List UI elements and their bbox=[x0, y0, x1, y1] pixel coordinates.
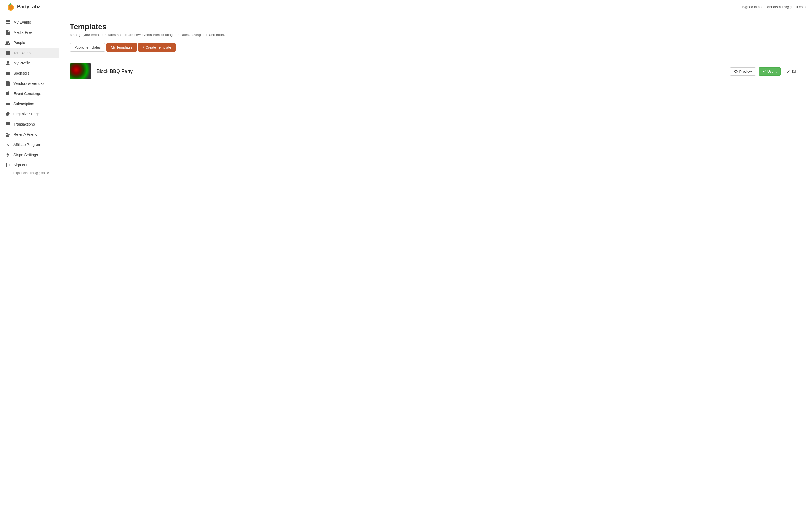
svg-point-13 bbox=[8, 41, 9, 43]
svg-rect-10 bbox=[6, 22, 7, 24]
sidebar-item-stripe-settings[interactable]: Stripe Settings bbox=[0, 150, 59, 160]
sidebar-item-label: My Events bbox=[13, 20, 31, 24]
svg-rect-23 bbox=[8, 92, 9, 93]
edit-button[interactable]: Edit bbox=[783, 68, 801, 75]
tabs: Public Templates My Templates + Create T… bbox=[70, 43, 801, 52]
svg-rect-25 bbox=[7, 94, 9, 94]
topbar-user: Signed in as mrjohnofsmiths@gmail.com bbox=[742, 5, 806, 9]
sidebar-item-people[interactable]: People bbox=[0, 38, 59, 48]
sidebar-item-affiliate-program[interactable]: $ Affiliate Program bbox=[0, 139, 59, 150]
sidebar-item-label: Transactions bbox=[13, 122, 35, 126]
sidebar-item-label: Media Files bbox=[13, 30, 33, 35]
svg-rect-26 bbox=[7, 95, 8, 95]
page-title: Templates bbox=[70, 22, 801, 31]
sidebar-item-label: Sign out bbox=[13, 163, 27, 167]
pencil-icon bbox=[787, 70, 790, 73]
use-it-button[interactable]: Use It bbox=[759, 67, 780, 76]
preview-button[interactable]: Preview bbox=[730, 67, 756, 76]
svg-point-17 bbox=[7, 61, 9, 63]
person-add-icon bbox=[5, 132, 10, 137]
sidebar-item-vendors-venues[interactable]: Vendors & Venues bbox=[0, 78, 59, 89]
sidebar: My Events Media Files People Templates M bbox=[0, 14, 59, 507]
briefcase-icon bbox=[5, 71, 10, 76]
sidebar-item-sign-out[interactable]: Sign out bbox=[0, 160, 59, 170]
svg-rect-14 bbox=[6, 51, 10, 52]
sidebar-item-templates[interactable]: Templates bbox=[0, 48, 59, 58]
table-row: Block BBQ Party Preview Use It Edit bbox=[70, 59, 801, 84]
svg-rect-20 bbox=[7, 84, 8, 86]
sidebar-item-refer-a-friend[interactable]: Refer A Friend bbox=[0, 129, 59, 139]
sidebar-item-label: Affiliate Program bbox=[13, 143, 41, 147]
tab-create-template[interactable]: + Create Template bbox=[138, 43, 175, 52]
file-icon bbox=[5, 30, 10, 35]
template-actions: Preview Use It Edit bbox=[730, 67, 801, 76]
sidebar-item-label: Organizer Page bbox=[13, 112, 40, 116]
sidebar-item-label: My Profile bbox=[13, 61, 30, 65]
logo-icon bbox=[6, 3, 15, 11]
svg-rect-21 bbox=[6, 92, 9, 96]
bolt-icon bbox=[5, 152, 10, 157]
template-icon bbox=[5, 50, 10, 55]
svg-rect-32 bbox=[6, 124, 10, 125]
check-icon bbox=[763, 70, 766, 73]
people-icon bbox=[5, 40, 10, 45]
sidebar-item-label: Subscription bbox=[13, 102, 34, 106]
svg-rect-27 bbox=[6, 102, 10, 103]
sidebar-item-organizer-page[interactable]: Organizer Page bbox=[0, 109, 59, 119]
svg-rect-8 bbox=[6, 20, 7, 22]
template-thumb-img bbox=[70, 63, 91, 79]
template-list: Block BBQ Party Preview Use It Edit bbox=[70, 59, 801, 84]
template-thumbnail bbox=[70, 63, 91, 79]
signout-icon bbox=[5, 163, 10, 167]
main-content: Templates Manage your event templates an… bbox=[59, 14, 812, 507]
sidebar-item-sponsors[interactable]: Sponsors bbox=[0, 68, 59, 78]
gear-icon bbox=[5, 112, 10, 116]
sidebar-item-transactions[interactable]: Transactions bbox=[0, 119, 59, 129]
sidebar-item-event-concierge[interactable]: Event Concierge bbox=[0, 89, 59, 99]
sidebar-item-label: Vendors & Venues bbox=[13, 81, 44, 86]
sidebar-email: mrjohnofsmiths@gmail.com bbox=[0, 170, 59, 178]
svg-rect-30 bbox=[6, 122, 10, 123]
tab-public-templates[interactable]: Public Templates bbox=[70, 43, 105, 52]
grid-icon bbox=[5, 20, 10, 25]
logo-text: PartyLabz bbox=[17, 4, 40, 10]
subscription-icon bbox=[5, 101, 10, 106]
svg-rect-9 bbox=[8, 20, 10, 22]
topbar: PartyLabz Signed in as mrjohnofsmiths@gm… bbox=[0, 0, 812, 14]
svg-rect-18 bbox=[6, 72, 10, 75]
svg-line-7 bbox=[10, 3, 11, 5]
svg-rect-31 bbox=[6, 123, 10, 124]
svg-rect-29 bbox=[6, 104, 10, 105]
eye-icon bbox=[734, 70, 738, 73]
sidebar-item-my-events[interactable]: My Events bbox=[0, 17, 59, 27]
sidebar-item-label: People bbox=[13, 41, 25, 45]
svg-point-34 bbox=[6, 133, 8, 135]
dollar-icon: $ bbox=[5, 142, 10, 147]
person-icon bbox=[5, 61, 10, 65]
sidebar-item-label: Refer A Friend bbox=[13, 132, 38, 136]
tab-my-templates[interactable]: My Templates bbox=[106, 43, 137, 52]
page-subtitle: Manage your event templates and create n… bbox=[70, 33, 801, 37]
sidebar-item-label: Stripe Settings bbox=[13, 153, 38, 157]
sidebar-item-media-files[interactable]: Media Files bbox=[0, 27, 59, 38]
main-layout: My Events Media Files People Templates M bbox=[0, 14, 812, 507]
svg-rect-22 bbox=[7, 92, 7, 93]
template-name: Block BBQ Party bbox=[97, 69, 730, 74]
svg-rect-15 bbox=[6, 52, 8, 55]
sidebar-item-label: Sponsors bbox=[13, 71, 29, 75]
svg-rect-28 bbox=[6, 103, 10, 104]
logo[interactable]: PartyLabz bbox=[6, 3, 40, 11]
store-icon bbox=[5, 81, 10, 86]
svg-rect-11 bbox=[8, 22, 10, 24]
svg-rect-36 bbox=[8, 134, 10, 135]
sidebar-item-subscription[interactable]: Subscription bbox=[0, 99, 59, 109]
svg-line-6 bbox=[12, 4, 12, 5]
list-icon bbox=[5, 122, 10, 127]
svg-rect-33 bbox=[6, 125, 10, 126]
sidebar-item-my-profile[interactable]: My Profile bbox=[0, 58, 59, 68]
sidebar-item-label: Event Concierge bbox=[13, 92, 41, 96]
svg-rect-16 bbox=[8, 52, 10, 55]
sidebar-item-label: Templates bbox=[13, 51, 31, 55]
svg-point-12 bbox=[6, 41, 8, 43]
concierge-icon bbox=[5, 91, 10, 96]
